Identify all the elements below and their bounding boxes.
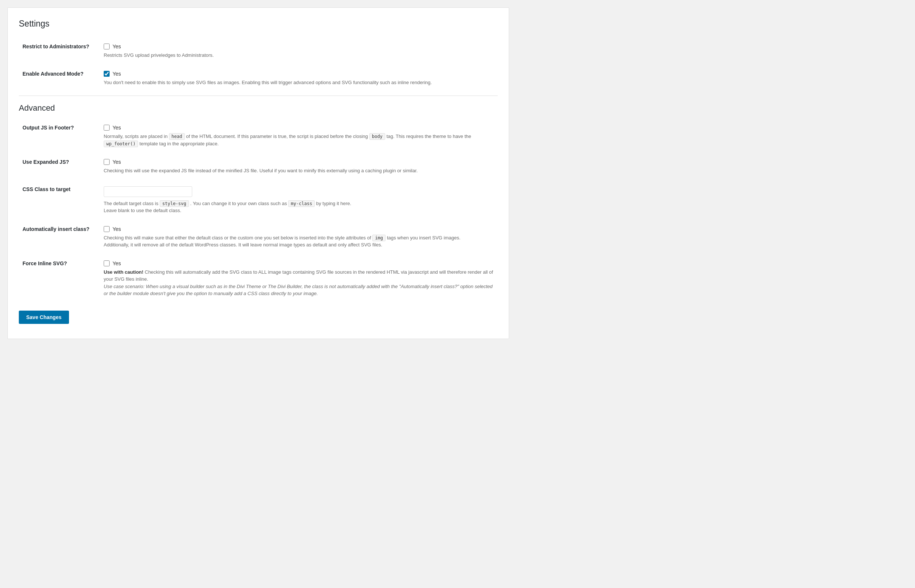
output-js-footer-row: Output JS in Footer? Yes Normally, scrip… bbox=[19, 119, 498, 153]
output-js-footer-checkbox[interactable] bbox=[103, 125, 110, 131]
force-inline-svg-field: Yes Use with caution! Checking this will… bbox=[100, 255, 498, 303]
main-settings-table: Restrict to Administrators? Yes Restrict… bbox=[19, 38, 498, 92]
auto-insert-class-field: Yes Checking this will make sure that ei… bbox=[100, 220, 498, 255]
use-case-note: Use case scenario: When using a visual b… bbox=[103, 284, 493, 297]
settings-page: Settings Restrict to Administrators? Yes… bbox=[7, 7, 509, 339]
head-code: head bbox=[169, 133, 185, 140]
section-divider bbox=[19, 95, 498, 96]
page-title: Settings bbox=[19, 19, 498, 29]
output-js-footer-label: Output JS in Footer? bbox=[19, 119, 100, 153]
enable-advanced-row: Enable Advanced Mode? Yes You don't need… bbox=[19, 65, 498, 92]
enable-advanced-field: Yes You don't need to enable this to sim… bbox=[100, 65, 498, 92]
css-class-target-field: The default target class is style-svg . … bbox=[100, 180, 498, 220]
css-class-target-row: CSS Class to target The default target c… bbox=[19, 180, 498, 220]
auto-insert-class-checkbox[interactable] bbox=[103, 226, 110, 232]
enable-advanced-label: Enable Advanced Mode? bbox=[19, 65, 100, 92]
enable-advanced-checkbox[interactable] bbox=[103, 71, 110, 77]
advanced-settings-table: Output JS in Footer? Yes Normally, scrip… bbox=[19, 119, 498, 303]
use-expanded-js-checkbox[interactable] bbox=[103, 159, 110, 165]
force-inline-svg-label: Force Inline SVG? bbox=[19, 255, 100, 303]
restrict-admins-label: Restrict to Administrators? bbox=[19, 38, 100, 65]
save-changes-button[interactable]: Save Changes bbox=[19, 310, 69, 324]
output-js-footer-description: Normally, scripts are placed in head of … bbox=[103, 133, 494, 147]
wpfooter-code: wp_footer() bbox=[103, 141, 138, 147]
enable-advanced-description: You don't need to enable this to simply … bbox=[103, 79, 494, 86]
css-class-target-description: The default target class is style-svg . … bbox=[103, 200, 494, 214]
output-js-footer-checkbox-label[interactable]: Yes bbox=[113, 125, 121, 131]
use-expanded-js-checkbox-label[interactable]: Yes bbox=[113, 159, 121, 165]
force-inline-svg-checkbox-label[interactable]: Yes bbox=[113, 260, 121, 267]
body-code: body bbox=[369, 133, 385, 140]
restrict-admins-field: Yes Restricts SVG upload priveledges to … bbox=[100, 38, 498, 65]
auto-insert-class-row: Automatically insert class? Yes Checking… bbox=[19, 220, 498, 255]
force-inline-svg-checkbox[interactable] bbox=[103, 260, 110, 267]
advanced-section-heading: Advanced bbox=[19, 103, 498, 113]
use-expanded-js-field: Yes Checking this will use the expanded … bbox=[100, 153, 498, 180]
output-js-footer-field: Yes Normally, scripts are placed in head… bbox=[100, 119, 498, 153]
auto-insert-class-label: Automatically insert class? bbox=[19, 220, 100, 255]
restrict-admins-checkbox-label[interactable]: Yes bbox=[113, 44, 121, 49]
restrict-admins-description: Restricts SVG upload priveledges to Admi… bbox=[103, 52, 494, 59]
use-expanded-js-row: Use Expanded JS? Yes Checking this will … bbox=[19, 153, 498, 180]
css-class-target-input[interactable] bbox=[103, 186, 192, 197]
my-class-code: my-class bbox=[288, 200, 315, 207]
auto-insert-class-description: Checking this will make sure that either… bbox=[103, 234, 494, 249]
restrict-admins-checkbox[interactable] bbox=[103, 44, 110, 49]
force-inline-svg-description: Use with caution! Checking this will aut… bbox=[103, 268, 494, 297]
auto-insert-class-checkbox-label[interactable]: Yes bbox=[113, 226, 121, 232]
use-expanded-js-description: Checking this will use the expanded JS f… bbox=[103, 167, 494, 174]
caution-warning: Use with caution! bbox=[103, 269, 144, 275]
style-svg-code: style-svg bbox=[160, 200, 189, 207]
img-code: img bbox=[372, 234, 386, 241]
enable-advanced-checkbox-label[interactable]: Yes bbox=[113, 71, 121, 77]
force-inline-svg-row: Force Inline SVG? Yes Use with caution! … bbox=[19, 255, 498, 303]
css-class-target-label: CSS Class to target bbox=[19, 180, 100, 220]
use-expanded-js-label: Use Expanded JS? bbox=[19, 153, 100, 180]
restrict-admins-row: Restrict to Administrators? Yes Restrict… bbox=[19, 38, 498, 65]
